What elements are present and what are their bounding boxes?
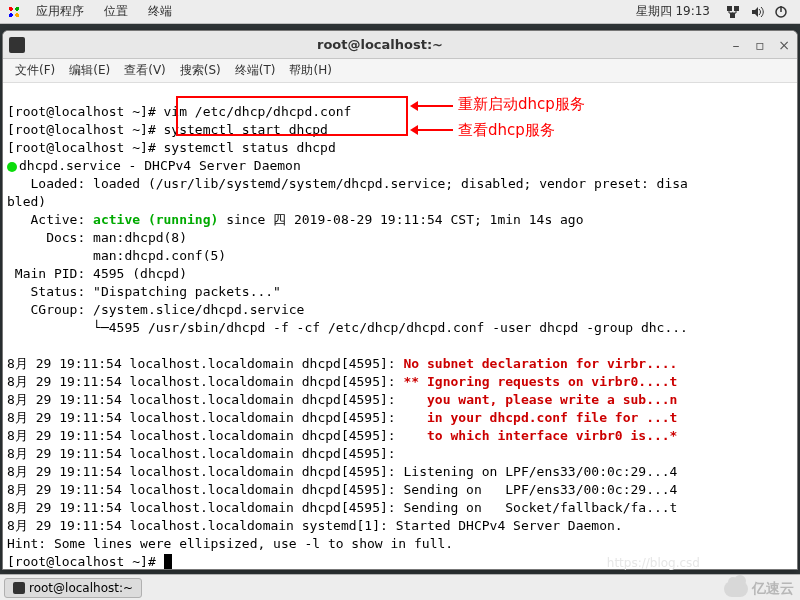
term-line: Docs: man:dhcpd(8) (7, 230, 187, 245)
minimize-button[interactable]: – (729, 38, 743, 52)
terminal-icon (13, 582, 25, 594)
menu-help[interactable]: 帮助(H) (283, 60, 337, 81)
annotation-label-2: 查看dhcp服务 (458, 121, 555, 139)
menu-search[interactable]: 搜索(S) (174, 60, 227, 81)
term-warning: ** Ignoring requests on virbr0....t (404, 374, 678, 389)
annotation-arrow-2 (413, 129, 453, 131)
term-warning: in your dhcpd.conf file for ...t (404, 410, 678, 425)
menu-view[interactable]: 查看(V) (118, 60, 172, 81)
cursor (164, 554, 172, 569)
term-line: Main PID: 4595 (dhcpd) (7, 266, 187, 281)
places-menu[interactable]: 位置 (94, 3, 138, 20)
term-warning: to which interface virbr0 is...* (404, 428, 678, 443)
term-line: Status: "Dispatching packets..." (7, 284, 281, 299)
close-button[interactable]: × (777, 38, 791, 52)
terminal-window: root@localhost:~ – ▫ × 文件(F) 编辑(E) 查看(V)… (2, 30, 798, 570)
maximize-button[interactable]: ▫ (753, 38, 767, 52)
term-line: man:dhcpd.conf(5) (7, 248, 226, 263)
power-icon[interactable] (774, 5, 788, 19)
term-line: 8月 29 19:11:54 localhost.localdomain dhc… (7, 392, 404, 407)
gnome-bottom-panel: root@localhost:~ (0, 574, 800, 600)
annotation-arrow-1 (413, 105, 453, 107)
term-line: 8月 29 19:11:54 localhost.localdomain dhc… (7, 428, 404, 443)
term-line: 8月 29 19:11:54 localhost.localdomain dhc… (7, 446, 404, 461)
term-warning: you want, please write a sub...n (404, 392, 678, 407)
taskbar-label: root@localhost:~ (29, 581, 133, 595)
term-line: 8月 29 19:11:54 localhost.localdomain dhc… (7, 482, 677, 497)
menubar: 文件(F) 编辑(E) 查看(V) 搜索(S) 终端(T) 帮助(H) (3, 59, 797, 83)
term-line: 8月 29 19:11:54 localhost.localdomain sys… (7, 518, 623, 533)
term-line: [root@localhost ~]# vim /etc/dhcp/dhcpd.… (7, 104, 351, 119)
window-title: root@localhost:~ (31, 37, 729, 52)
sound-icon[interactable] (750, 5, 764, 19)
applications-menu[interactable]: 应用程序 (26, 3, 94, 20)
gnome-top-panel: 应用程序 位置 终端 星期四 19:13 (0, 0, 800, 24)
system-tray (720, 5, 794, 19)
clock[interactable]: 星期四 19:13 (626, 3, 720, 20)
term-line: Loaded: loaded (/usr/lib/systemd/system/… (7, 176, 688, 191)
status-dot-icon (7, 162, 17, 172)
term-line: 8月 29 19:11:54 localhost.localdomain dhc… (7, 410, 404, 425)
terminal-output[interactable]: [root@localhost ~]# vim /etc/dhcp/dhcpd.… (3, 83, 797, 569)
term-line: Active: (7, 212, 93, 227)
activities-icon (6, 4, 22, 20)
terminal-launcher[interactable]: 终端 (138, 3, 182, 20)
term-line: dhcpd.service - DHCPv4 Server Daemon (19, 158, 301, 173)
menu-file[interactable]: 文件(F) (9, 60, 61, 81)
network-icon[interactable] (726, 5, 740, 19)
svg-rect-1 (734, 6, 739, 11)
menu-terminal[interactable]: 终端(T) (229, 60, 282, 81)
svg-rect-0 (727, 6, 732, 11)
term-line: bled) (7, 194, 46, 209)
term-line: └─4595 /usr/sbin/dhcpd -f -cf /etc/dhcp/… (7, 320, 688, 335)
term-line: 8月 29 19:11:54 localhost.localdomain dhc… (7, 374, 404, 389)
annotation-label-1: 重新启动dhcp服务 (458, 95, 585, 113)
term-line: since 四 2019-08-29 19:11:54 CST; 1min 14… (218, 212, 583, 227)
svg-rect-2 (730, 13, 735, 18)
term-line: CGroup: /system.slice/dhcpd.service (7, 302, 304, 317)
term-line: 8月 29 19:11:54 localhost.localdomain dhc… (7, 356, 404, 371)
term-line: Hint: Some lines were ellipsized, use -l… (7, 536, 453, 551)
term-line: 8月 29 19:11:54 localhost.localdomain dhc… (7, 500, 677, 515)
terminal-icon (9, 37, 25, 53)
prompt: [root@localhost ~]# (7, 554, 164, 569)
taskbar-terminal[interactable]: root@localhost:~ (4, 578, 142, 598)
term-line: 8月 29 19:11:54 localhost.localdomain dhc… (7, 464, 677, 479)
titlebar[interactable]: root@localhost:~ – ▫ × (3, 31, 797, 59)
active-status: active (running) (93, 212, 218, 227)
menu-edit[interactable]: 编辑(E) (63, 60, 116, 81)
term-line: [root@localhost ~]# systemctl start dhcp… (7, 122, 328, 137)
term-warning: No subnet declaration for virbr.... (404, 356, 678, 371)
term-line: [root@localhost ~]# systemctl status dhc… (7, 140, 336, 155)
